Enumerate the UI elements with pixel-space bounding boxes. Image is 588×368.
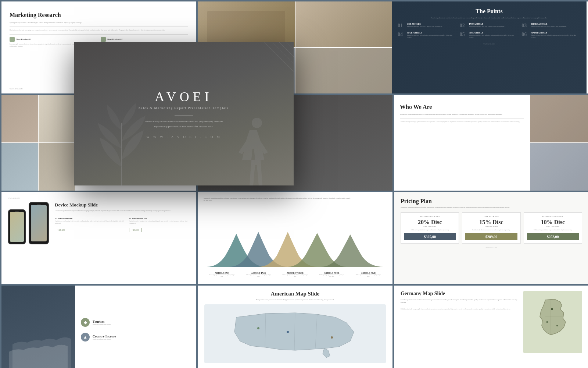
who-body2: Collaboratively leverage agile framework… bbox=[400, 121, 524, 123]
marketing-url: WWW.AVOI.COM bbox=[10, 88, 23, 90]
germany-map-body1: Seamlessly administrate multifaceted bra… bbox=[401, 299, 519, 304]
portfolio-photo-3 bbox=[1, 143, 38, 191]
marketing-research-body1: Synergistically evolve 2.0 technologies … bbox=[10, 21, 188, 24]
who-title: Who We Are bbox=[400, 104, 524, 110]
germany-map-title: Germany Map Slide bbox=[401, 291, 519, 297]
point-4: 04 FOUR ARTICLE Make a type specimen boo… bbox=[398, 32, 457, 39]
chart-label2-desc: Make a type specimen book took a galley … bbox=[245, 274, 271, 277]
avoei-divider bbox=[175, 116, 193, 116]
income-subtext: seamlessly administrate listing bbox=[93, 338, 116, 340]
tourism-subtext: seamlessly administrate listing bbox=[93, 323, 111, 325]
msg2-label: 02. Main Message Two bbox=[129, 217, 190, 219]
device-title: Device Mockup Slide bbox=[55, 202, 190, 208]
who-photo-top bbox=[530, 95, 588, 142]
slide-the-points: The Points Seamlessly administrate multi… bbox=[392, 1, 587, 93]
price1-tag: +$3,420 bbox=[55, 228, 67, 232]
american-map-subtitle: Being in the future, can we use fantasti… bbox=[204, 299, 386, 301]
avoei-body1: Collaboratively administrate empowered m… bbox=[139, 119, 229, 124]
chart-body: Seamlessly administrate multifaceted bra… bbox=[204, 197, 351, 202]
slide-pricing: Pricing Plan Seamlessly administrate mul… bbox=[394, 192, 588, 284]
us-map-svg bbox=[222, 306, 369, 361]
pricing-body: Seamlessly administrate multifaceted bra… bbox=[401, 206, 529, 209]
income-stat: ▲ Country Income seamlessly administrate… bbox=[81, 333, 190, 342]
avoei-url: W W W . A V O E I . C O M bbox=[139, 135, 229, 139]
slide-avoei-main: AVOEI Sales & Marketing Report Presentat… bbox=[74, 42, 294, 185]
points-title: The Points bbox=[398, 8, 581, 15]
svg-line-13 bbox=[279, 42, 294, 57]
map-svg-tourism bbox=[1, 286, 75, 368]
who-body1: Seamlessly administrate multifaceted bra… bbox=[400, 113, 524, 116]
avoei-tagline: Sales & Marketing Report Presentation Te… bbox=[139, 106, 229, 110]
chart-label1-desc: Make a type specimen book took a galley … bbox=[209, 274, 235, 277]
slide-chart: Seamlessly administrate multifaceted bra… bbox=[198, 192, 392, 284]
package-business: BUSINESS PACKAGE 20% Disc Until This Mon… bbox=[401, 212, 459, 244]
product2-label: Next Product 02 bbox=[107, 38, 123, 40]
portfolio-photo-1 bbox=[1, 95, 38, 142]
avoei-person bbox=[235, 112, 272, 185]
germany-svg bbox=[531, 296, 575, 348]
slide-germany-map: Germany Map Slide Seamlessly administrat… bbox=[394, 286, 588, 368]
slide-who-we-are: Who We Are Seamlessly administrate multi… bbox=[394, 95, 588, 191]
photo-2 bbox=[295, 1, 392, 47]
germany-map-area bbox=[523, 291, 582, 353]
american-map-area bbox=[204, 304, 386, 363]
phone-2 bbox=[29, 202, 49, 244]
chart-label3-desc: Make a type specimen book took a galley … bbox=[282, 274, 308, 277]
marketing-research-title: Marketing Research bbox=[10, 12, 188, 18]
chart-label4-desc: Make-ages type specimen book took a gall… bbox=[319, 274, 345, 277]
income-label: Country Income bbox=[93, 335, 116, 338]
portfolio-photo-4 bbox=[39, 143, 75, 191]
svg-line-11 bbox=[264, 42, 294, 71]
slide-device-mockup: WWW.AVOI.COM Device bbox=[1, 192, 196, 284]
points-url: WWW.AVOI.COM bbox=[398, 43, 581, 45]
who-photo-bottom bbox=[530, 143, 588, 191]
avoei-brand: AVOEI bbox=[139, 89, 229, 105]
svg-line-14 bbox=[286, 42, 294, 49]
points-subtitle: Seamlessly administrate multifaceted bra… bbox=[425, 17, 553, 19]
device-body: Collaboratively administrate empowered m… bbox=[55, 210, 190, 212]
point-1: 01 ONE ARTICLE Make a type specimen book… bbox=[398, 23, 457, 29]
point-3: 03 THREE ARTICLE Make a type specimen bo… bbox=[521, 23, 581, 29]
package-lite: LITE PACKAGE 15% Disc Until This Month C… bbox=[462, 212, 520, 244]
avoei-decoration bbox=[250, 42, 294, 71]
photo-4 bbox=[295, 48, 392, 93]
point-5: 05 FIVE ARTICLE Make a type specimen boo… bbox=[460, 32, 519, 39]
svg-point-10 bbox=[556, 325, 558, 326]
chart-label5-desc: Make a type specimen book took a galley … bbox=[355, 274, 381, 277]
phone-1 bbox=[8, 209, 26, 244]
portfolio-photo-2 bbox=[39, 95, 75, 142]
pricing-title: Pricing Plan bbox=[401, 198, 582, 205]
marketing-research-body2: Distinctively dissipate emerging-core co… bbox=[10, 29, 188, 32]
tourism-label: Tourism bbox=[93, 320, 111, 323]
svg-point-9 bbox=[546, 321, 548, 323]
package-economy: ECONOMY PACKAGE 10% Disc Until This Mont… bbox=[524, 212, 582, 244]
package-economy-price: $252,00 bbox=[527, 233, 579, 240]
price2-tag: +$4,880 bbox=[129, 228, 141, 232]
pricing-url: WWW.AVOI.COM bbox=[401, 247, 582, 248]
chart-svg bbox=[207, 226, 383, 270]
point-6: 06 FINISH ARTICLE Make a type specimen b… bbox=[521, 32, 581, 39]
slide-tourism: ◆ Tourism seamlessly administrate listin… bbox=[1, 286, 196, 368]
avoei-body2: Dynamically procrastinate B2C users afte… bbox=[139, 124, 229, 129]
svg-line-12 bbox=[272, 42, 294, 64]
tourism-stat: ◆ Tourism seamlessly administrate listin… bbox=[81, 318, 190, 327]
american-map-title: American Map Slide bbox=[204, 291, 386, 297]
msg1-text: Capitalize on low hanging fruit to ident… bbox=[55, 220, 125, 224]
svg-point-4 bbox=[331, 336, 333, 339]
svg-point-3 bbox=[287, 331, 289, 333]
slide-american-map: American Map Slide Being in the future, … bbox=[198, 286, 392, 368]
msg1-label: 01. Main Message One bbox=[55, 217, 125, 219]
package-business-price: $325,00 bbox=[404, 233, 456, 240]
product1-label: Next Product 01 bbox=[16, 38, 32, 40]
germany-map-body2: Collaboratively leverage agile framework… bbox=[401, 308, 519, 311]
svg-point-8 bbox=[551, 308, 553, 310]
msg2-text: Capitalize on low hanging fruit to ident… bbox=[129, 220, 190, 224]
avoei-text-content: AVOEI Sales & Marketing Report Presentat… bbox=[139, 89, 229, 139]
package-lite-price: $289,00 bbox=[465, 233, 517, 240]
device-url: WWW.AVOI.COM bbox=[8, 197, 190, 199]
svg-point-16 bbox=[252, 118, 262, 128]
point-2: 02 TWO ARTICLE Make a type specimen book… bbox=[460, 23, 519, 29]
photo-1 bbox=[198, 1, 295, 47]
svg-point-5 bbox=[257, 327, 259, 329]
